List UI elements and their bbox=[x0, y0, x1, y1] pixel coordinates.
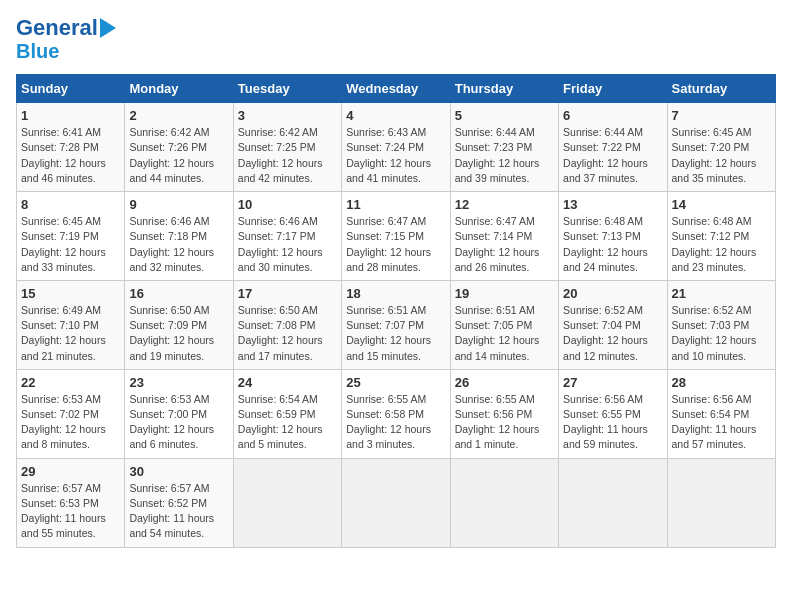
calendar-cell: 22Sunrise: 6:53 AMSunset: 7:02 PMDayligh… bbox=[17, 369, 125, 458]
calendar-day-header: Saturday bbox=[667, 75, 775, 103]
day-number: 18 bbox=[346, 286, 445, 301]
day-detail: Sunrise: 6:49 AMSunset: 7:10 PMDaylight:… bbox=[21, 303, 120, 364]
calendar-cell: 9Sunrise: 6:46 AMSunset: 7:18 PMDaylight… bbox=[125, 192, 233, 281]
calendar-cell: 16Sunrise: 6:50 AMSunset: 7:09 PMDayligh… bbox=[125, 280, 233, 369]
calendar-cell: 26Sunrise: 6:55 AMSunset: 6:56 PMDayligh… bbox=[450, 369, 558, 458]
day-detail: Sunrise: 6:52 AMSunset: 7:03 PMDaylight:… bbox=[672, 303, 771, 364]
day-number: 21 bbox=[672, 286, 771, 301]
day-detail: Sunrise: 6:55 AMSunset: 6:56 PMDaylight:… bbox=[455, 392, 554, 453]
day-detail: Sunrise: 6:51 AMSunset: 7:07 PMDaylight:… bbox=[346, 303, 445, 364]
day-number: 9 bbox=[129, 197, 228, 212]
calendar-cell: 25Sunrise: 6:55 AMSunset: 6:58 PMDayligh… bbox=[342, 369, 450, 458]
calendar-week-row: 29Sunrise: 6:57 AMSunset: 6:53 PMDayligh… bbox=[17, 458, 776, 547]
calendar-header-row: SundayMondayTuesdayWednesdayThursdayFrid… bbox=[17, 75, 776, 103]
day-number: 27 bbox=[563, 375, 662, 390]
calendar-cell: 13Sunrise: 6:48 AMSunset: 7:13 PMDayligh… bbox=[559, 192, 667, 281]
day-detail: Sunrise: 6:46 AMSunset: 7:18 PMDaylight:… bbox=[129, 214, 228, 275]
day-number: 4 bbox=[346, 108, 445, 123]
calendar-cell: 30Sunrise: 6:57 AMSunset: 6:52 PMDayligh… bbox=[125, 458, 233, 547]
day-number: 13 bbox=[563, 197, 662, 212]
day-number: 8 bbox=[21, 197, 120, 212]
day-detail: Sunrise: 6:52 AMSunset: 7:04 PMDaylight:… bbox=[563, 303, 662, 364]
day-number: 5 bbox=[455, 108, 554, 123]
day-detail: Sunrise: 6:48 AMSunset: 7:13 PMDaylight:… bbox=[563, 214, 662, 275]
calendar-cell: 6Sunrise: 6:44 AMSunset: 7:22 PMDaylight… bbox=[559, 103, 667, 192]
calendar-cell: 24Sunrise: 6:54 AMSunset: 6:59 PMDayligh… bbox=[233, 369, 341, 458]
day-detail: Sunrise: 6:44 AMSunset: 7:22 PMDaylight:… bbox=[563, 125, 662, 186]
logo-arrow-icon bbox=[100, 18, 116, 38]
calendar-cell: 27Sunrise: 6:56 AMSunset: 6:55 PMDayligh… bbox=[559, 369, 667, 458]
calendar-cell: 3Sunrise: 6:42 AMSunset: 7:25 PMDaylight… bbox=[233, 103, 341, 192]
calendar-cell bbox=[450, 458, 558, 547]
calendar-day-header: Friday bbox=[559, 75, 667, 103]
day-number: 14 bbox=[672, 197, 771, 212]
day-detail: Sunrise: 6:53 AMSunset: 7:02 PMDaylight:… bbox=[21, 392, 120, 453]
calendar-cell: 28Sunrise: 6:56 AMSunset: 6:54 PMDayligh… bbox=[667, 369, 775, 458]
day-detail: Sunrise: 6:51 AMSunset: 7:05 PMDaylight:… bbox=[455, 303, 554, 364]
day-number: 20 bbox=[563, 286, 662, 301]
logo-blue-text: Blue bbox=[16, 40, 59, 62]
calendar-cell: 10Sunrise: 6:46 AMSunset: 7:17 PMDayligh… bbox=[233, 192, 341, 281]
day-detail: Sunrise: 6:42 AMSunset: 7:26 PMDaylight:… bbox=[129, 125, 228, 186]
logo: General Blue bbox=[16, 16, 116, 62]
day-number: 1 bbox=[21, 108, 120, 123]
day-detail: Sunrise: 6:43 AMSunset: 7:24 PMDaylight:… bbox=[346, 125, 445, 186]
calendar-cell: 23Sunrise: 6:53 AMSunset: 7:00 PMDayligh… bbox=[125, 369, 233, 458]
day-number: 16 bbox=[129, 286, 228, 301]
day-number: 11 bbox=[346, 197, 445, 212]
day-detail: Sunrise: 6:57 AMSunset: 6:52 PMDaylight:… bbox=[129, 481, 228, 542]
day-number: 12 bbox=[455, 197, 554, 212]
calendar-cell: 2Sunrise: 6:42 AMSunset: 7:26 PMDaylight… bbox=[125, 103, 233, 192]
calendar-table: SundayMondayTuesdayWednesdayThursdayFrid… bbox=[16, 74, 776, 547]
calendar-cell: 14Sunrise: 6:48 AMSunset: 7:12 PMDayligh… bbox=[667, 192, 775, 281]
day-number: 30 bbox=[129, 464, 228, 479]
day-detail: Sunrise: 6:48 AMSunset: 7:12 PMDaylight:… bbox=[672, 214, 771, 275]
day-number: 28 bbox=[672, 375, 771, 390]
day-detail: Sunrise: 6:44 AMSunset: 7:23 PMDaylight:… bbox=[455, 125, 554, 186]
calendar-cell: 8Sunrise: 6:45 AMSunset: 7:19 PMDaylight… bbox=[17, 192, 125, 281]
calendar-cell: 4Sunrise: 6:43 AMSunset: 7:24 PMDaylight… bbox=[342, 103, 450, 192]
calendar-day-header: Sunday bbox=[17, 75, 125, 103]
calendar-cell bbox=[342, 458, 450, 547]
day-detail: Sunrise: 6:56 AMSunset: 6:54 PMDaylight:… bbox=[672, 392, 771, 453]
day-number: 19 bbox=[455, 286, 554, 301]
calendar-day-header: Monday bbox=[125, 75, 233, 103]
calendar-cell bbox=[233, 458, 341, 547]
day-number: 7 bbox=[672, 108, 771, 123]
calendar-day-header: Tuesday bbox=[233, 75, 341, 103]
day-number: 15 bbox=[21, 286, 120, 301]
calendar-cell: 5Sunrise: 6:44 AMSunset: 7:23 PMDaylight… bbox=[450, 103, 558, 192]
day-detail: Sunrise: 6:50 AMSunset: 7:08 PMDaylight:… bbox=[238, 303, 337, 364]
calendar-cell: 29Sunrise: 6:57 AMSunset: 6:53 PMDayligh… bbox=[17, 458, 125, 547]
day-detail: Sunrise: 6:46 AMSunset: 7:17 PMDaylight:… bbox=[238, 214, 337, 275]
day-number: 22 bbox=[21, 375, 120, 390]
day-number: 3 bbox=[238, 108, 337, 123]
calendar-cell: 18Sunrise: 6:51 AMSunset: 7:07 PMDayligh… bbox=[342, 280, 450, 369]
calendar-cell: 1Sunrise: 6:41 AMSunset: 7:28 PMDaylight… bbox=[17, 103, 125, 192]
calendar-cell: 20Sunrise: 6:52 AMSunset: 7:04 PMDayligh… bbox=[559, 280, 667, 369]
calendar-day-header: Wednesday bbox=[342, 75, 450, 103]
calendar-cell: 15Sunrise: 6:49 AMSunset: 7:10 PMDayligh… bbox=[17, 280, 125, 369]
day-number: 26 bbox=[455, 375, 554, 390]
day-detail: Sunrise: 6:47 AMSunset: 7:15 PMDaylight:… bbox=[346, 214, 445, 275]
calendar-week-row: 1Sunrise: 6:41 AMSunset: 7:28 PMDaylight… bbox=[17, 103, 776, 192]
day-detail: Sunrise: 6:45 AMSunset: 7:19 PMDaylight:… bbox=[21, 214, 120, 275]
calendar-week-row: 8Sunrise: 6:45 AMSunset: 7:19 PMDaylight… bbox=[17, 192, 776, 281]
calendar-week-row: 15Sunrise: 6:49 AMSunset: 7:10 PMDayligh… bbox=[17, 280, 776, 369]
calendar-cell bbox=[667, 458, 775, 547]
calendar-cell bbox=[559, 458, 667, 547]
day-number: 17 bbox=[238, 286, 337, 301]
calendar-cell: 17Sunrise: 6:50 AMSunset: 7:08 PMDayligh… bbox=[233, 280, 341, 369]
day-number: 25 bbox=[346, 375, 445, 390]
logo-text: General bbox=[16, 16, 98, 40]
day-detail: Sunrise: 6:57 AMSunset: 6:53 PMDaylight:… bbox=[21, 481, 120, 542]
day-number: 23 bbox=[129, 375, 228, 390]
day-number: 24 bbox=[238, 375, 337, 390]
calendar-cell: 12Sunrise: 6:47 AMSunset: 7:14 PMDayligh… bbox=[450, 192, 558, 281]
day-detail: Sunrise: 6:50 AMSunset: 7:09 PMDaylight:… bbox=[129, 303, 228, 364]
day-detail: Sunrise: 6:54 AMSunset: 6:59 PMDaylight:… bbox=[238, 392, 337, 453]
day-number: 2 bbox=[129, 108, 228, 123]
page-header: General Blue bbox=[16, 16, 776, 62]
day-detail: Sunrise: 6:47 AMSunset: 7:14 PMDaylight:… bbox=[455, 214, 554, 275]
day-detail: Sunrise: 6:42 AMSunset: 7:25 PMDaylight:… bbox=[238, 125, 337, 186]
